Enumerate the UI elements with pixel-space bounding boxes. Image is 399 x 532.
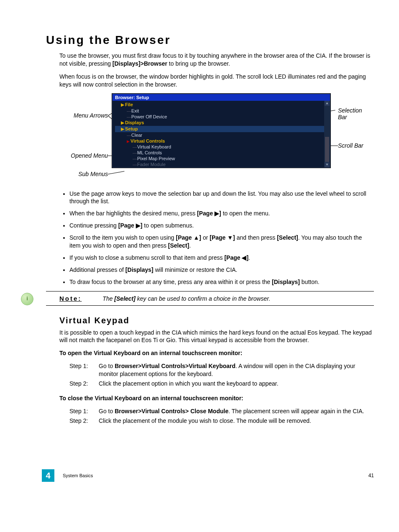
bullet-6: Additional presses of [Displays] will mi… xyxy=(69,266,374,274)
scroll-up-icon[interactable]: ▲ xyxy=(325,101,330,106)
open-step-1: Step 1: Go to Browser>Virtual Controls>V… xyxy=(69,362,374,378)
note-block: i Note: The [Select] key can be used to … xyxy=(46,291,374,306)
browser-item[interactable]: —Pixel Map Preview xyxy=(115,156,324,161)
close-heading: To close the Virtual Keyboard on an inte… xyxy=(59,394,374,402)
open-heading: To open the Virtual Keyboard on an inter… xyxy=(59,349,374,357)
subsection-title: Virtual Keypad xyxy=(59,316,374,325)
scroll-thumb[interactable] xyxy=(325,137,329,162)
bullet-3: Continue pressing [Page ▶] to open subme… xyxy=(69,222,374,230)
browser-item[interactable]: —Power Off Device xyxy=(115,114,324,120)
browser-title-bar: Browser: Setup xyxy=(113,94,330,101)
callout-opened-menu: Opened Menu xyxy=(58,152,108,159)
browser-item[interactable]: —ML Controls xyxy=(115,150,324,156)
callout-sub-menus: Sub Menus xyxy=(58,171,108,177)
browser-item[interactable]: ▶Virtual Controls xyxy=(115,138,324,144)
browser-item[interactable]: ▶Setup xyxy=(115,126,324,132)
bullet-1: Use the page arrow keys to move the sele… xyxy=(69,190,374,206)
callout-scroll-bar: Scroll Bar xyxy=(338,142,363,149)
scroll-down-icon[interactable]: ▼ xyxy=(325,162,330,167)
browser-figure: Menu Arrows Opened Menu Sub Menus Select… xyxy=(62,94,371,182)
close-step-1: Step 1: Go to Browser>Virtual Controls> … xyxy=(69,407,374,415)
instruction-list: Use the page arrow keys to move the sele… xyxy=(69,190,374,286)
callout-menu-arrows: Menu Arrows xyxy=(58,112,108,119)
browser-scrollbar[interactable]: ▲ ▼ xyxy=(324,101,330,167)
browser-item[interactable]: —Virtual Keyboard xyxy=(115,144,324,150)
info-icon: i xyxy=(21,293,33,305)
intro-paragraph-2: When focus is on the browser, the window… xyxy=(59,73,374,89)
open-step-2: Step 2: Click the placement option in wh… xyxy=(69,380,374,388)
bullet-2: When the bar highlights the desired menu… xyxy=(69,210,374,217)
browser-item[interactable]: —Clear xyxy=(115,132,324,138)
browser-item[interactable]: ▶Displays xyxy=(115,120,324,126)
vk-intro: It is possible to open a touch keypad in… xyxy=(59,329,374,345)
close-step-2: Step 2: Click the placement of the modul… xyxy=(69,417,374,425)
bullet-5: If you wish to close a submenu scroll to… xyxy=(69,254,374,262)
callout-selection-bar: Selection Bar xyxy=(338,107,362,120)
note-label: Note: xyxy=(59,295,82,302)
browser-item[interactable]: —Exit xyxy=(115,108,324,114)
browser-list: ▶File—Exit—Power Off Device▶Displays▶Set… xyxy=(113,101,324,167)
footer-section-name: System Basics xyxy=(63,473,368,478)
bullet-4: Scroll to the item you wish to open usin… xyxy=(69,234,374,250)
intro-paragraph-1: To use the browser, you must first draw … xyxy=(59,52,374,68)
browser-window: Browser: Setup ▶File—Exit—Power Off Devi… xyxy=(112,94,330,168)
browser-item[interactable]: ▶File xyxy=(115,102,324,108)
page-number: 41 xyxy=(368,473,374,478)
page-footer: 4 System Basics 41 xyxy=(0,469,374,482)
bullet-7: To draw focus to the browser at any time… xyxy=(69,278,374,286)
page-title: Using the Browser xyxy=(46,33,374,47)
note-text: The [Select] key can be used to confirm … xyxy=(102,295,270,302)
chapter-number-badge: 4 xyxy=(42,469,54,482)
